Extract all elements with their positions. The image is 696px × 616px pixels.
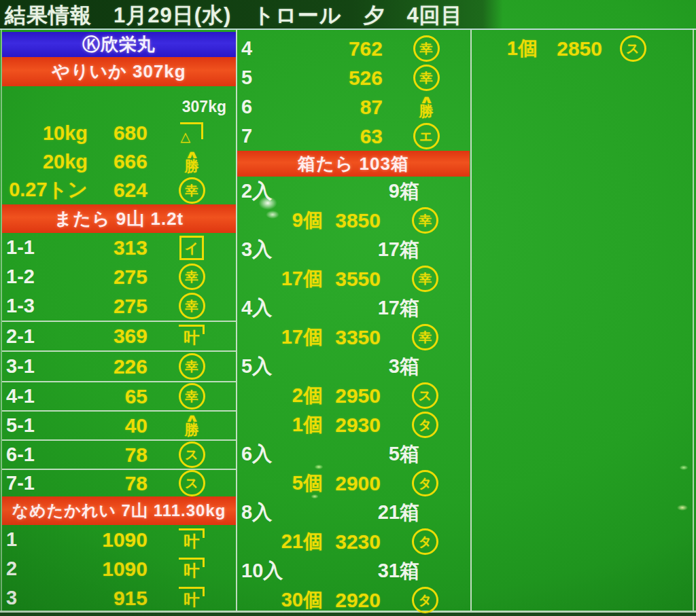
sale-price: 3350 <box>323 326 381 349</box>
pack-size-label: 3入 <box>241 236 272 264</box>
buyer-mark-icon: 幸 <box>412 207 438 234</box>
lot-price: 226 <box>88 355 147 378</box>
sale-price: 2900 <box>323 472 381 495</box>
row-label: 10kg <box>6 122 88 145</box>
right-column: 1個 2850 ス <box>472 30 693 63</box>
sale-count: 1個 <box>476 35 538 62</box>
lot-price: 87 <box>323 96 383 119</box>
buyer-mark-icon: 幸 <box>179 383 205 410</box>
lot-price: 275 <box>88 295 147 318</box>
sale-row: 1個 2850 ス <box>472 34 693 63</box>
lot-label: 6 <box>241 96 323 118</box>
lot-row: 3 915 叶 <box>2 583 236 613</box>
buyer-mark-icon: 幸 <box>413 65 440 91</box>
buyer-mark-char: 幸 <box>420 42 433 55</box>
lot-label: 3 <box>6 587 88 609</box>
buyer-mark-char: 幸 <box>186 360 198 373</box>
buyer-mark-icon: 幸 <box>412 324 438 350</box>
section-title: なめたかれい 7山 111.30kg <box>12 500 226 522</box>
buyer-mark-icon: 幸 <box>412 266 438 292</box>
box-count: 3箱 <box>389 353 419 380</box>
pack-size-label: 10入 <box>241 558 283 585</box>
sale-count: 9個 <box>241 207 323 234</box>
buyer-mark-icon: タ <box>412 587 438 613</box>
lot-price: 526 <box>323 67 383 90</box>
buyer-mark-char: 勝 <box>419 104 434 118</box>
lot-label: 3-1 <box>6 355 88 378</box>
page-title: 結果情報 1月29日(水) トロール 夕 4回目 <box>5 1 463 30</box>
middle-column: 4 762 幸 5 526 幸 6 87 勝 7 63 エ 箱たら 103箱 2… <box>237 30 470 615</box>
catch-row: 0.27トン 624 幸 <box>2 176 236 204</box>
glare-spot <box>676 504 689 511</box>
buyer-mark-char: 幸 <box>419 331 432 344</box>
buyer-mark-icon: 勝 <box>179 149 204 174</box>
lot-row: 2-1 369 叶 <box>2 322 236 350</box>
buyer-mark-icon: ス <box>412 382 438 409</box>
lot-label: 7-1 <box>6 472 88 494</box>
buyer-mark-char: 幸 <box>186 390 198 403</box>
lot-price: 762 <box>323 37 383 60</box>
buyer-mark-icon: 勝 <box>179 414 204 438</box>
sale-count: 17個 <box>241 324 323 351</box>
lot-row: 1-3 275 幸 <box>2 291 236 321</box>
pack-row: 4入 17箱 <box>237 293 470 323</box>
glare-spot <box>678 465 689 471</box>
lot-label: 4 <box>241 37 323 60</box>
buyer-mark-char: 幸 <box>186 270 198 283</box>
lot-price: 40 <box>88 414 147 437</box>
sale-count: 5個 <box>241 470 323 497</box>
row-separator <box>2 410 236 412</box>
buyer-mark-char: ス <box>626 42 639 55</box>
row-separator <box>2 350 236 352</box>
lot-label: 7 <box>241 125 323 147</box>
sale-count: 1個 <box>241 412 323 439</box>
buyer-mark-icon: 叶 <box>179 325 204 347</box>
buyer-mark-icon: ス <box>620 35 646 62</box>
box-count: 31箱 <box>378 558 419 585</box>
buyer-mark-char: ス <box>185 477 198 490</box>
buyer-mark-icon: ス <box>179 470 205 496</box>
lot-row: 1-2 275 幸 <box>2 262 236 291</box>
sale-count: 21個 <box>241 528 323 556</box>
lot-label: 1-2 <box>6 266 88 288</box>
lot-row: 4-1 65 幸 <box>2 382 236 410</box>
lot-row: 6-1 78 ス <box>2 441 236 469</box>
sale-count: 30個 <box>241 587 323 614</box>
section-header-hakodara: 箱たら 103箱 <box>237 151 470 177</box>
auction-result-screen: 結果情報 1月29日(水) トロール 夕 4回目 Ⓚ欣栄丸 やりいか 307kg… <box>0 0 696 616</box>
buyer-mark-char: 幸 <box>186 300 198 312</box>
pack-row: 10入 31箱 <box>237 556 470 585</box>
vessel-banner: Ⓚ欣栄丸 <box>2 32 236 57</box>
pack-row: 6入 5箱 <box>237 439 470 469</box>
lot-price: 78 <box>88 443 147 467</box>
buyer-mark-char: 幸 <box>186 184 198 197</box>
lot-row: 4 762 幸 <box>237 34 470 63</box>
buyer-mark-char: タ <box>419 594 432 606</box>
pack-size-label: 2入 <box>241 178 272 205</box>
buyer-mark-icon: 幸 <box>179 264 205 290</box>
section-header-madara: またら 9山 1.2t <box>2 204 236 233</box>
pack-size-label: 4入 <box>241 295 272 322</box>
yariika-subtotal: 307kg <box>2 86 236 119</box>
sale-row: 30個 2920 タ <box>237 585 470 615</box>
sale-count: 2個 <box>241 382 323 410</box>
buyer-mark-char: 叶 <box>184 563 200 579</box>
buyer-mark-char: イ <box>185 241 198 255</box>
sale-row: 17個 3350 幸 <box>237 323 470 352</box>
lot-price: 1090 <box>88 528 147 551</box>
row-separator <box>2 439 236 441</box>
box-count: 5箱 <box>389 441 419 468</box>
lot-label: 5 <box>241 67 323 89</box>
lot-row: 1-1 313 イ <box>2 233 236 262</box>
lot-label: 1 <box>6 528 88 551</box>
buyer-mark-char: 勝 <box>185 159 199 173</box>
buyer-mark-char: 叶 <box>184 330 200 346</box>
buyer-mark-char: 勝 <box>185 422 199 437</box>
lot-price: 915 <box>88 587 147 610</box>
lot-price: 1090 <box>88 558 147 581</box>
pack-size-label: 5入 <box>241 353 272 380</box>
sale-price: 2950 <box>323 384 381 407</box>
lot-price: 63 <box>323 125 383 148</box>
lot-label: 1-1 <box>6 236 88 259</box>
lot-label: 2-1 <box>6 325 88 348</box>
